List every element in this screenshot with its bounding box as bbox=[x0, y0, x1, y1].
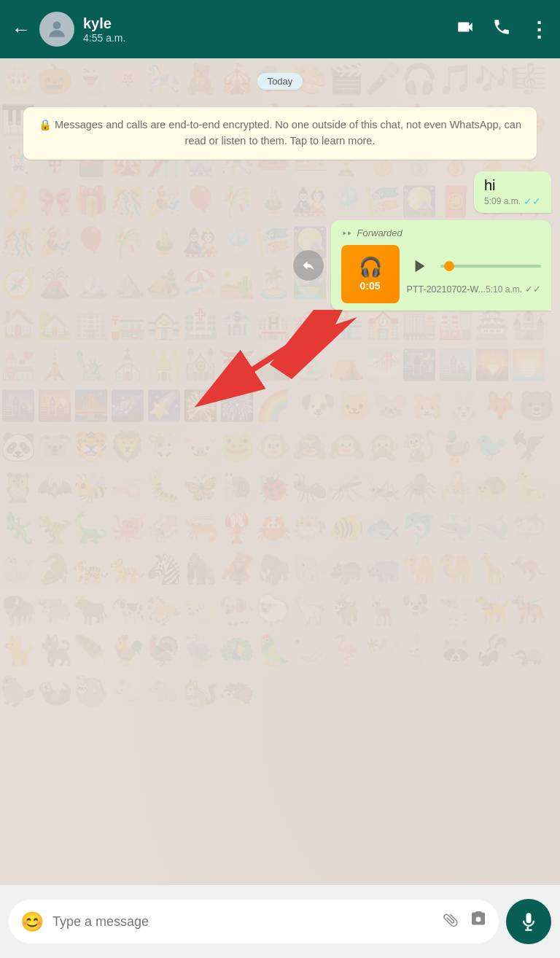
contact-status: 4:55 a.m. bbox=[83, 32, 447, 44]
sent-message-hi: hi 5:09 a.m. ✓✓ bbox=[474, 171, 551, 213]
headphone-icon: 🎧 bbox=[359, 256, 382, 279]
reply-icon bbox=[301, 258, 316, 273]
voice-controls: PTT-20210702-W... 5:10 a.m. ✓✓ bbox=[407, 253, 541, 295]
read-ticks-hi: ✓✓ bbox=[524, 195, 541, 207]
forwarded-voice-group: Forwarded 🎧 0:05 bbox=[293, 220, 551, 311]
date-badge: Today bbox=[257, 73, 303, 90]
voice-time-meta: 5:10 a.m. ✓✓ bbox=[486, 284, 541, 295]
progress-dot bbox=[444, 261, 454, 271]
forwarded-label: Forwarded bbox=[341, 227, 541, 239]
bottom-bar: 😊 bbox=[0, 885, 560, 958]
back-button[interactable]: ← bbox=[12, 18, 31, 41]
progress-bar[interactable] bbox=[440, 265, 541, 268]
camera-icon bbox=[470, 911, 487, 928]
chat-header: ← kyle 4:55 a.m. ⋮ bbox=[0, 0, 560, 58]
paperclip-icon bbox=[438, 908, 463, 932]
svg-marker-1 bbox=[415, 260, 424, 273]
forwarded-voice-bubble[interactable]: Forwarded 🎧 0:05 bbox=[331, 220, 551, 311]
voice-filename: PTT-20210702-W... bbox=[407, 284, 486, 295]
message-input[interactable] bbox=[52, 914, 435, 930]
play-icon bbox=[412, 258, 428, 274]
voice-call-icon[interactable] bbox=[492, 17, 511, 41]
contact-avatar[interactable] bbox=[39, 12, 74, 47]
play-button[interactable] bbox=[407, 253, 433, 279]
svg-marker-4 bbox=[270, 310, 357, 379]
message-time-hi: 5:09 a.m. bbox=[484, 196, 521, 206]
avatar-icon bbox=[45, 17, 69, 41]
messages-list: Today 🔒 Messages and calls are end-to-en… bbox=[0, 58, 560, 319]
voice-duration: 0:05 bbox=[360, 280, 381, 292]
contact-name: kyle bbox=[83, 15, 447, 32]
encryption-notice[interactable]: 🔒 Messages and calls are end-to-end encr… bbox=[23, 107, 537, 160]
playback-row bbox=[407, 253, 541, 279]
more-options-icon[interactable]: ⋮ bbox=[529, 17, 548, 42]
voice-thumbnail: 🎧 0:05 bbox=[341, 245, 400, 303]
forwarded-arrow-icon bbox=[341, 227, 353, 239]
voice-read-ticks: ✓✓ bbox=[525, 284, 541, 295]
camera-button[interactable] bbox=[470, 911, 487, 932]
voice-message-time: 5:10 a.m. bbox=[486, 284, 522, 295]
chat-area: 🎂🎃👻🌸🎠🧸🎪🎭🎨🎬🎤🎧🎵🎶🎼🎹🎸🎺🎻🥁🎷🎮🕹️🎯🎱🎳🎰🎲🧩🎭🃏🀄🎴🎪🎢🎡🎠🎟️… bbox=[0, 58, 560, 885]
red-arrow-annotation bbox=[146, 306, 365, 437]
microphone-icon bbox=[518, 911, 539, 932]
header-actions: ⋮ bbox=[456, 17, 548, 42]
svg-point-0 bbox=[53, 21, 61, 29]
message-input-wrapper: 😊 bbox=[9, 900, 499, 943]
contact-info[interactable]: kyle 4:55 a.m. bbox=[83, 15, 447, 44]
forward-reply-button[interactable] bbox=[293, 250, 324, 281]
message-bubble-hi[interactable]: hi 5:09 a.m. ✓✓ bbox=[474, 171, 551, 213]
attach-button[interactable] bbox=[438, 908, 466, 935]
video-call-icon[interactable] bbox=[456, 17, 475, 41]
voice-meta: PTT-20210702-W... 5:10 a.m. ✓✓ bbox=[407, 284, 541, 295]
svg-line-3 bbox=[204, 321, 328, 401]
voice-message-row: 🎧 0:05 PTT-2021070 bbox=[341, 245, 541, 303]
mic-button[interactable] bbox=[506, 899, 551, 944]
message-text-hi: hi bbox=[484, 177, 496, 193]
emoji-button[interactable]: 😊 bbox=[20, 911, 44, 933]
